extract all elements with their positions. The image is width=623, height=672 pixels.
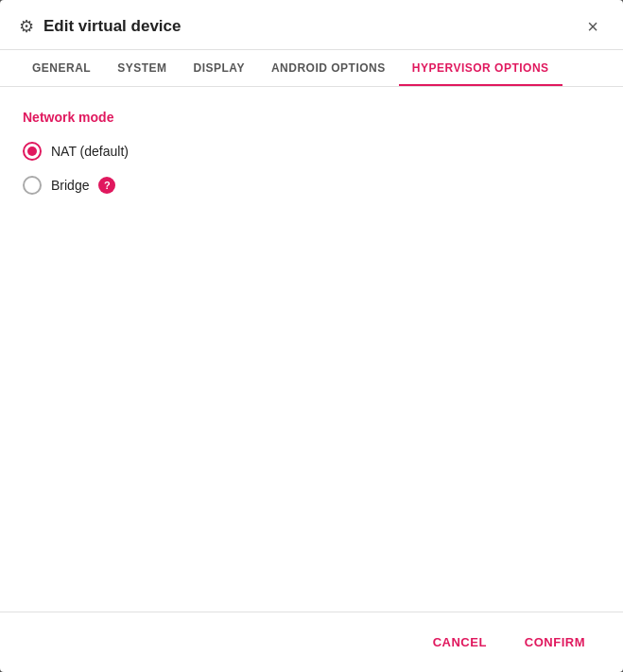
tab-general[interactable]: GENERAL: [19, 50, 104, 86]
bridge-radio[interactable]: [23, 176, 42, 195]
dialog-title: Edit virtual device: [43, 17, 182, 36]
network-mode-radio-group: NAT (default) Bridge ?: [23, 142, 600, 195]
edit-virtual-device-dialog: ⚙ Edit virtual device × GENERAL SYSTEM D…: [0, 0, 623, 672]
confirm-button[interactable]: CONFIRM: [510, 628, 600, 657]
network-mode-label: Network mode: [23, 110, 600, 125]
tab-hypervisor-options[interactable]: HYPERVISOR OPTIONS: [399, 50, 562, 86]
dialog-footer: CANCEL CONFIRM: [0, 612, 623, 672]
tab-system[interactable]: SYSTEM: [104, 50, 180, 86]
dialog-header: ⚙ Edit virtual device ×: [0, 0, 623, 50]
title-wrap: ⚙ Edit virtual device: [19, 16, 182, 37]
bridge-label: Bridge: [51, 178, 89, 193]
tab-android-options[interactable]: ANDROID OPTIONS: [258, 50, 399, 86]
cancel-button[interactable]: CANCEL: [418, 628, 502, 657]
tab-display[interactable]: DISPLAY: [181, 50, 258, 86]
bridge-help-icon[interactable]: ?: [98, 177, 115, 194]
bridge-option[interactable]: Bridge ?: [23, 176, 600, 195]
gear-icon: ⚙: [19, 16, 34, 37]
nat-label: NAT (default): [51, 144, 129, 159]
dialog-body: Network mode NAT (default) Bridge ?: [0, 87, 623, 612]
close-button[interactable]: ×: [581, 15, 604, 38]
nat-option[interactable]: NAT (default): [23, 142, 600, 161]
tab-bar: GENERAL SYSTEM DISPLAY ANDROID OPTIONS H…: [0, 50, 623, 87]
nat-radio[interactable]: [23, 142, 42, 161]
